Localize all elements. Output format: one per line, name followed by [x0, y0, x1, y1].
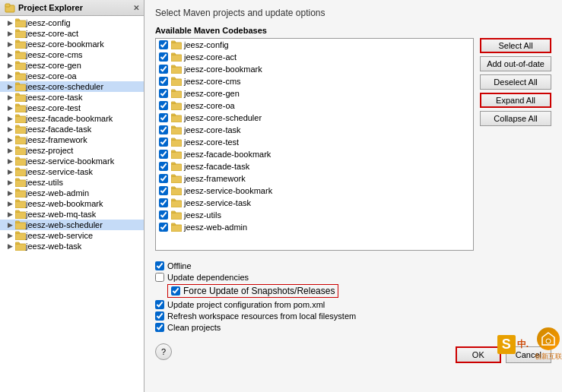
codebase-item-jeesz-facade-task[interactable]: jeesz-facade-task — [156, 160, 473, 172]
svg-rect-34 — [171, 164, 182, 171]
codebase-checkbox[interactable] — [159, 125, 168, 134]
folder-icon — [15, 135, 26, 144]
sidebar-item-jeesz-project[interactable]: ▶ jeesz-project — [0, 145, 144, 156]
codebase-item-jeesz-core-cms[interactable]: jeesz-core-cms — [156, 75, 473, 87]
sidebar-item-jeesz-core-cms[interactable]: ▶ jeesz-core-cms — [0, 49, 144, 60]
codebase-checkbox[interactable] — [159, 223, 168, 232]
codebase-item-jeesz-core-act[interactable]: jeesz-core-act — [156, 51, 473, 63]
codebase-item-jeesz-facade-bookmark[interactable]: jeesz-facade-bookmark — [156, 148, 473, 160]
codebase-checkbox[interactable] — [159, 89, 168, 98]
tree-arrow: ▶ — [6, 210, 14, 218]
codebase-item-jeesz-web-admin[interactable]: jeesz-web-admin — [156, 221, 473, 233]
tree-label: jeesz-core-scheduler — [26, 82, 103, 91]
sidebar-item-jeesz-web-bookmark[interactable]: ▶ jeesz-web-bookmark — [0, 198, 144, 209]
tree-arrow: ▶ — [6, 93, 14, 101]
sidebar-item-jeesz-core-bookmark[interactable]: ▶ jeesz-core-bookmark — [0, 39, 144, 49]
codebase-item-jeesz-core-scheduler[interactable]: jeesz-core-scheduler — [156, 112, 473, 124]
codebase-item-jeesz-framework[interactable]: jeesz-framework — [156, 172, 473, 185]
sidebar-item-jeesz-web-service[interactable]: ▶ jeesz-web-service — [0, 230, 144, 241]
svg-rect-3 — [15, 31, 26, 38]
sidebar-item-jeesz-facade-task[interactable]: ▶ jeesz-facade-task — [0, 124, 144, 134]
folder-icon — [15, 82, 26, 91]
codebase-list[interactable]: jeesz-config jeesz-core-act jeesz-core-b… — [155, 38, 474, 251]
sidebar-item-jeesz-service-task[interactable]: ▶ jeesz-service-task — [0, 166, 144, 177]
codebase-checkbox[interactable] — [159, 113, 168, 122]
offline-option-row: Offline — [155, 261, 551, 270]
sidebar-item-jeesz-core-task[interactable]: ▶ jeesz-core-task — [0, 92, 144, 103]
sidebar-item-jeesz-web-mq-task[interactable]: ▶ jeesz-web-mq-task — [0, 209, 144, 220]
codebase-checkbox[interactable] — [159, 186, 168, 195]
collapse-all-button[interactable]: Collapse All — [480, 111, 551, 126]
expand-all-button[interactable]: Expand All — [480, 93, 551, 108]
tree-arrow: ▶ — [6, 221, 14, 229]
svg-rect-10 — [15, 106, 26, 112]
codebase-checkbox[interactable] — [159, 138, 168, 147]
ok-button[interactable]: OK — [456, 346, 501, 363]
codebase-item-jeesz-core-bookmark[interactable]: jeesz-core-bookmark — [156, 63, 473, 75]
codebase-item-jeesz-service-bookmark[interactable]: jeesz-service-bookmark — [156, 185, 473, 197]
deselect-all-button[interactable]: Deselect All — [480, 74, 551, 90]
sidebar-item-jeesz-facade-bookmark[interactable]: ▶ jeesz-facade-bookmark — [0, 113, 144, 124]
codebase-label: jeesz-core-oa — [184, 101, 235, 110]
codebase-checkbox[interactable] — [159, 162, 168, 171]
codebase-checkbox[interactable] — [159, 198, 168, 207]
select-all-button[interactable]: Select All — [480, 38, 551, 53]
codebase-checkbox[interactable] — [159, 210, 168, 220]
sidebar-item-jeesz-core-scheduler[interactable]: ▶ jeesz-core-scheduler — [0, 81, 144, 92]
codebase-label: jeesz-core-gen — [184, 89, 240, 98]
codebase-item-jeesz-utils[interactable]: jeesz-utils — [156, 209, 473, 221]
sidebar-item-jeesz-web-scheduler[interactable]: ▶ jeesz-web-scheduler — [0, 220, 144, 230]
folder-icon — [171, 113, 182, 122]
codebase-checkbox[interactable] — [159, 40, 168, 49]
codebase-checkbox[interactable] — [159, 101, 168, 110]
sidebar-item-jeesz-utils[interactable]: ▶ jeesz-utils — [0, 177, 144, 188]
codebase-checkbox[interactable] — [159, 150, 168, 159]
clean-projects-checkbox[interactable] — [155, 323, 164, 332]
sidebar-item-jeesz-core-act[interactable]: ▶ jeesz-core-act — [0, 28, 144, 39]
svg-rect-16 — [15, 169, 26, 176]
close-icon[interactable]: ✕ — [133, 4, 139, 12]
sidebar-item-jeesz-web-admin[interactable]: ▶ jeesz-web-admin — [0, 188, 144, 198]
refresh-workspace-checkbox[interactable] — [155, 311, 164, 321]
tree-label: jeesz-core-oa — [26, 71, 77, 81]
svg-rect-24 — [171, 43, 182, 49]
codebase-checkbox[interactable] — [159, 65, 168, 74]
codebase-checkbox[interactable] — [159, 52, 168, 62]
codebase-item-jeesz-config[interactable]: jeesz-config — [156, 39, 473, 51]
codebase-checkbox[interactable] — [159, 77, 168, 86]
update-project-config-checkbox[interactable] — [155, 300, 164, 309]
tree-label: jeesz-config — [26, 18, 71, 27]
svg-rect-19 — [15, 201, 26, 208]
tree-label: jeesz-core-task — [26, 93, 83, 102]
sidebar-item-jeesz-framework[interactable]: ▶ jeesz-framework — [0, 134, 144, 145]
sidebar-item-jeesz-core-oa[interactable]: ▶ jeesz-core-oa — [0, 71, 144, 81]
codebase-checkbox[interactable] — [159, 174, 168, 183]
codebase-item-jeesz-core-task[interactable]: jeesz-core-task — [156, 124, 473, 136]
codebase-item-jeesz-core-gen[interactable]: jeesz-core-gen — [156, 87, 473, 100]
svg-rect-32 — [171, 140, 182, 147]
codebase-item-jeesz-core-oa[interactable]: jeesz-core-oa — [156, 100, 473, 112]
folder-icon — [15, 71, 26, 81]
codebase-item-jeesz-core-test[interactable]: jeesz-core-test — [156, 136, 473, 148]
force-update-label: Force Update of Snapshots/Releases — [183, 286, 335, 296]
sidebar-item-jeesz-service-bookmark[interactable]: ▶ jeesz-service-bookmark — [0, 156, 144, 166]
dialog-title: Select Maven projects and update options — [155, 8, 551, 18]
svg-rect-33 — [171, 152, 182, 159]
svg-rect-27 — [171, 79, 182, 86]
tree-arrow: ▶ — [6, 40, 14, 48]
offline-checkbox[interactable] — [155, 261, 164, 270]
sidebar-item-jeesz-core-gen[interactable]: ▶ jeesz-core-gen — [0, 60, 144, 71]
force-update-checkbox[interactable] — [171, 286, 180, 296]
add-out-of-date-button[interactable]: Add out-of-date — [480, 56, 551, 71]
sidebar-item-jeesz-config[interactable]: ▶ jeesz-config — [0, 17, 144, 28]
codebase-item-jeesz-service-task[interactable]: jeesz-service-task — [156, 197, 473, 209]
sidebar-item-jeesz-core-test[interactable]: ▶ jeesz-core-test — [0, 103, 144, 113]
update-dependencies-row: Update dependencies — [155, 273, 551, 282]
sidebar-item-jeesz-web-task[interactable]: ▶ jeesz-web-task — [0, 241, 144, 251]
help-button[interactable]: ? — [155, 343, 172, 360]
svg-rect-21 — [15, 223, 26, 229]
tree-label: jeesz-web-scheduler — [26, 220, 103, 229]
update-dependencies-checkbox[interactable] — [155, 273, 164, 282]
tree-arrow: ▶ — [6, 51, 14, 58]
project-explorer-icon — [5, 2, 15, 13]
